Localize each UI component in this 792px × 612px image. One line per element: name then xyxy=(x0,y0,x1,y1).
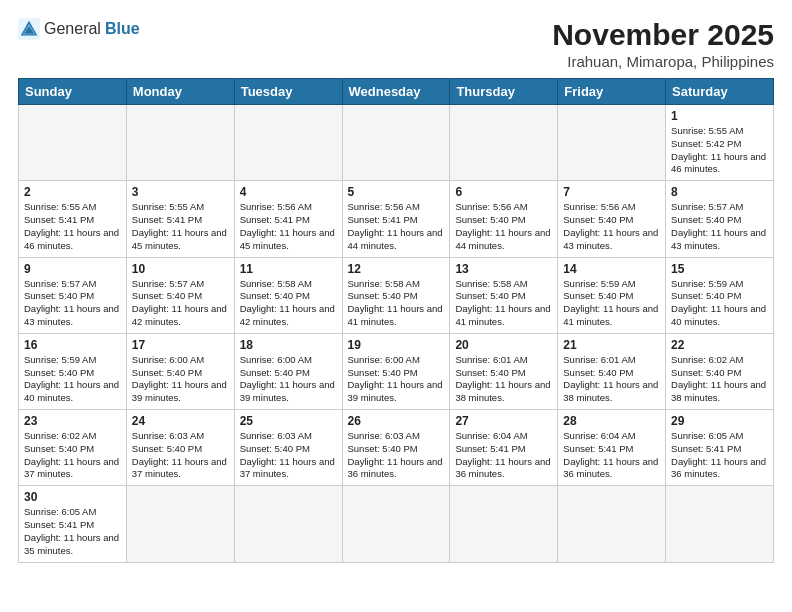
day-21-num: 21 xyxy=(563,338,660,352)
generalblue-icon xyxy=(18,18,40,40)
day-10-cell: 10 Sunrise: 5:57 AM Sunset: 5:40 PM Dayl… xyxy=(126,257,234,333)
day-9-info: Sunrise: 5:57 AM Sunset: 5:40 PM Dayligh… xyxy=(24,278,121,329)
day-10-info: Sunrise: 5:57 AM Sunset: 5:40 PM Dayligh… xyxy=(132,278,229,329)
day-26-num: 26 xyxy=(348,414,445,428)
day-25-num: 25 xyxy=(240,414,337,428)
day-12-num: 12 xyxy=(348,262,445,276)
empty-cell xyxy=(234,486,342,562)
empty-cell xyxy=(666,486,774,562)
day-27-info: Sunrise: 6:04 AM Sunset: 5:41 PM Dayligh… xyxy=(455,430,552,481)
day-5-num: 5 xyxy=(348,185,445,199)
day-6-info: Sunrise: 5:56 AM Sunset: 5:40 PM Dayligh… xyxy=(455,201,552,252)
day-15-num: 15 xyxy=(671,262,768,276)
day-13-cell: 13 Sunrise: 5:58 AM Sunset: 5:40 PM Dayl… xyxy=(450,257,558,333)
empty-cell xyxy=(450,105,558,181)
day-2-cell: 2 Sunrise: 5:55 AM Sunset: 5:41 PM Dayli… xyxy=(19,181,127,257)
week-1-row: 1 Sunrise: 5:55 AM Sunset: 5:42 PM Dayli… xyxy=(19,105,774,181)
day-26-info: Sunrise: 6:03 AM Sunset: 5:40 PM Dayligh… xyxy=(348,430,445,481)
day-8-cell: 8 Sunrise: 5:57 AM Sunset: 5:40 PM Dayli… xyxy=(666,181,774,257)
day-17-num: 17 xyxy=(132,338,229,352)
week-6-row: 30 Sunrise: 6:05 AM Sunset: 5:41 PM Dayl… xyxy=(19,486,774,562)
header-monday: Monday xyxy=(126,79,234,105)
day-21-info: Sunrise: 6:01 AM Sunset: 5:40 PM Dayligh… xyxy=(563,354,660,405)
day-2-num: 2 xyxy=(24,185,121,199)
day-9-num: 9 xyxy=(24,262,121,276)
header-saturday: Saturday xyxy=(666,79,774,105)
day-3-cell: 3 Sunrise: 5:55 AM Sunset: 5:41 PM Dayli… xyxy=(126,181,234,257)
day-19-info: Sunrise: 6:00 AM Sunset: 5:40 PM Dayligh… xyxy=(348,354,445,405)
location-title: Irahuan, Mimaropa, Philippines xyxy=(552,53,774,70)
empty-cell xyxy=(19,105,127,181)
page: General Blue November 2025 Irahuan, Mima… xyxy=(0,0,792,612)
day-29-cell: 29 Sunrise: 6:05 AM Sunset: 5:41 PM Dayl… xyxy=(666,410,774,486)
day-28-num: 28 xyxy=(563,414,660,428)
week-3-row: 9 Sunrise: 5:57 AM Sunset: 5:40 PM Dayli… xyxy=(19,257,774,333)
day-16-cell: 16 Sunrise: 5:59 AM Sunset: 5:40 PM Dayl… xyxy=(19,333,127,409)
day-23-cell: 23 Sunrise: 6:02 AM Sunset: 5:40 PM Dayl… xyxy=(19,410,127,486)
day-1-info: Sunrise: 5:55 AM Sunset: 5:42 PM Dayligh… xyxy=(671,125,768,176)
calendar-table: Sunday Monday Tuesday Wednesday Thursday… xyxy=(18,78,774,563)
day-12-cell: 12 Sunrise: 5:58 AM Sunset: 5:40 PM Dayl… xyxy=(342,257,450,333)
month-title: November 2025 xyxy=(552,18,774,51)
day-5-cell: 5 Sunrise: 5:56 AM Sunset: 5:41 PM Dayli… xyxy=(342,181,450,257)
empty-cell xyxy=(234,105,342,181)
day-22-info: Sunrise: 6:02 AM Sunset: 5:40 PM Dayligh… xyxy=(671,354,768,405)
day-20-cell: 20 Sunrise: 6:01 AM Sunset: 5:40 PM Dayl… xyxy=(450,333,558,409)
title-area: November 2025 Irahuan, Mimaropa, Philipp… xyxy=(552,18,774,70)
day-6-num: 6 xyxy=(455,185,552,199)
header: General Blue November 2025 Irahuan, Mima… xyxy=(18,18,774,70)
day-20-info: Sunrise: 6:01 AM Sunset: 5:40 PM Dayligh… xyxy=(455,354,552,405)
day-27-cell: 27 Sunrise: 6:04 AM Sunset: 5:41 PM Dayl… xyxy=(450,410,558,486)
day-19-cell: 19 Sunrise: 6:00 AM Sunset: 5:40 PM Dayl… xyxy=(342,333,450,409)
week-2-row: 2 Sunrise: 5:55 AM Sunset: 5:41 PM Dayli… xyxy=(19,181,774,257)
logo: General Blue xyxy=(18,18,140,40)
day-15-cell: 15 Sunrise: 5:59 AM Sunset: 5:40 PM Dayl… xyxy=(666,257,774,333)
day-18-num: 18 xyxy=(240,338,337,352)
day-18-info: Sunrise: 6:00 AM Sunset: 5:40 PM Dayligh… xyxy=(240,354,337,405)
day-19-num: 19 xyxy=(348,338,445,352)
day-29-num: 29 xyxy=(671,414,768,428)
day-12-info: Sunrise: 5:58 AM Sunset: 5:40 PM Dayligh… xyxy=(348,278,445,329)
day-4-cell: 4 Sunrise: 5:56 AM Sunset: 5:41 PM Dayli… xyxy=(234,181,342,257)
day-8-info: Sunrise: 5:57 AM Sunset: 5:40 PM Dayligh… xyxy=(671,201,768,252)
day-14-info: Sunrise: 5:59 AM Sunset: 5:40 PM Dayligh… xyxy=(563,278,660,329)
day-4-info: Sunrise: 5:56 AM Sunset: 5:41 PM Dayligh… xyxy=(240,201,337,252)
logo-blue-text: Blue xyxy=(105,21,140,37)
header-tuesday: Tuesday xyxy=(234,79,342,105)
day-14-cell: 14 Sunrise: 5:59 AM Sunset: 5:40 PM Dayl… xyxy=(558,257,666,333)
day-29-info: Sunrise: 6:05 AM Sunset: 5:41 PM Dayligh… xyxy=(671,430,768,481)
day-27-num: 27 xyxy=(455,414,552,428)
day-24-info: Sunrise: 6:03 AM Sunset: 5:40 PM Dayligh… xyxy=(132,430,229,481)
header-friday: Friday xyxy=(558,79,666,105)
day-7-cell: 7 Sunrise: 5:56 AM Sunset: 5:40 PM Dayli… xyxy=(558,181,666,257)
day-1-num: 1 xyxy=(671,109,768,123)
day-4-num: 4 xyxy=(240,185,337,199)
empty-cell xyxy=(558,105,666,181)
day-10-num: 10 xyxy=(132,262,229,276)
day-16-num: 16 xyxy=(24,338,121,352)
day-20-num: 20 xyxy=(455,338,552,352)
day-23-info: Sunrise: 6:02 AM Sunset: 5:40 PM Dayligh… xyxy=(24,430,121,481)
day-18-cell: 18 Sunrise: 6:00 AM Sunset: 5:40 PM Dayl… xyxy=(234,333,342,409)
empty-cell xyxy=(342,486,450,562)
day-17-info: Sunrise: 6:00 AM Sunset: 5:40 PM Dayligh… xyxy=(132,354,229,405)
day-6-cell: 6 Sunrise: 5:56 AM Sunset: 5:40 PM Dayli… xyxy=(450,181,558,257)
week-4-row: 16 Sunrise: 5:59 AM Sunset: 5:40 PM Dayl… xyxy=(19,333,774,409)
day-1-cell: 1 Sunrise: 5:55 AM Sunset: 5:42 PM Dayli… xyxy=(666,105,774,181)
day-9-cell: 9 Sunrise: 5:57 AM Sunset: 5:40 PM Dayli… xyxy=(19,257,127,333)
day-25-cell: 25 Sunrise: 6:03 AM Sunset: 5:40 PM Dayl… xyxy=(234,410,342,486)
week-5-row: 23 Sunrise: 6:02 AM Sunset: 5:40 PM Dayl… xyxy=(19,410,774,486)
day-17-cell: 17 Sunrise: 6:00 AM Sunset: 5:40 PM Dayl… xyxy=(126,333,234,409)
day-13-info: Sunrise: 5:58 AM Sunset: 5:40 PM Dayligh… xyxy=(455,278,552,329)
day-11-num: 11 xyxy=(240,262,337,276)
day-13-num: 13 xyxy=(455,262,552,276)
day-11-info: Sunrise: 5:58 AM Sunset: 5:40 PM Dayligh… xyxy=(240,278,337,329)
weekday-header-row: Sunday Monday Tuesday Wednesday Thursday… xyxy=(19,79,774,105)
empty-cell xyxy=(558,486,666,562)
day-30-info: Sunrise: 6:05 AM Sunset: 5:41 PM Dayligh… xyxy=(24,506,121,557)
day-2-info: Sunrise: 5:55 AM Sunset: 5:41 PM Dayligh… xyxy=(24,201,121,252)
day-3-num: 3 xyxy=(132,185,229,199)
day-28-cell: 28 Sunrise: 6:04 AM Sunset: 5:41 PM Dayl… xyxy=(558,410,666,486)
day-30-num: 30 xyxy=(24,490,121,504)
logo-general-text: General xyxy=(44,21,101,37)
